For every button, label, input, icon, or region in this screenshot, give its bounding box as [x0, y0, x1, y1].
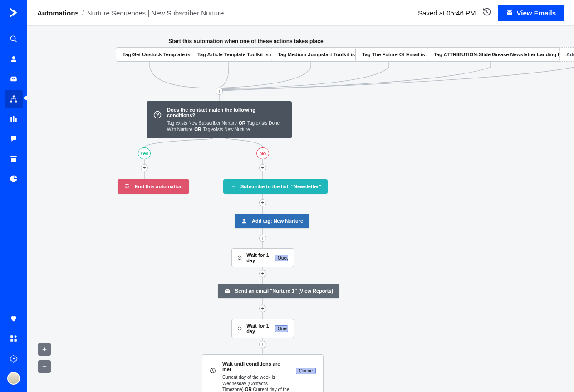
- svg-rect-13: [10, 339, 13, 342]
- view-emails-label: View Emails: [517, 9, 556, 17]
- svg-line-1: [15, 40, 17, 42]
- envelope-icon: [506, 9, 513, 16]
- svg-rect-4: [13, 96, 15, 98]
- connector-lines: [27, 26, 574, 392]
- wait-until-desc: Current day of the week is Wednesday (Co…: [222, 374, 289, 392]
- store-icon: [10, 155, 18, 163]
- svg-rect-16: [507, 10, 512, 15]
- sidebar-active-caret: [23, 95, 27, 101]
- saved-timestamp: Saved at 05:46 PM: [418, 9, 476, 17]
- add-step-no-5[interactable]: +: [259, 305, 266, 312]
- add-step-after-triggers[interactable]: +: [216, 88, 223, 95]
- person-icon: [10, 55, 18, 63]
- sidebar-item-automations[interactable]: [5, 90, 23, 108]
- action-send-email[interactable]: Send an email "Nurture 1" (View Reports): [218, 284, 339, 298]
- queue-badge[interactable]: Queue: [275, 325, 288, 332]
- add-step-no-2[interactable]: +: [259, 199, 266, 206]
- envelope-icon: [10, 75, 18, 83]
- svg-rect-8: [13, 116, 15, 122]
- sidebar-item-deals[interactable]: [5, 110, 23, 128]
- breadcrumb-root[interactable]: Automations: [37, 9, 79, 17]
- clock-icon: [210, 368, 216, 374]
- trigger-add-new[interactable]: Add: [559, 47, 574, 62]
- add-step-no-3[interactable]: +: [259, 235, 266, 242]
- svg-point-18: [157, 117, 158, 118]
- add-step-no-4[interactable]: +: [259, 270, 266, 277]
- history-icon: [482, 7, 491, 16]
- trigger-attribution-slide[interactable]: Tag ATTRIBUTION-Slide Grease Newsletter …: [427, 47, 574, 62]
- history-button[interactable]: [482, 7, 491, 18]
- sidebar-item-account[interactable]: [5, 369, 23, 387]
- end-icon: [124, 183, 130, 190]
- add-step-yes[interactable]: +: [141, 164, 148, 172]
- svg-rect-7: [10, 117, 12, 122]
- header-bar: Automations / Nurture Sequences | New Su…: [27, 0, 574, 26]
- svg-rect-9: [15, 118, 17, 122]
- add-step-no-6[interactable]: +: [259, 341, 266, 348]
- svg-rect-3: [10, 77, 17, 82]
- action-subscribe-label: Subscribe to the list: "Newsletter": [240, 184, 321, 189]
- breadcrumb-sub: Nurture Sequences | New Subscriber Nurtu…: [87, 9, 224, 17]
- svg-rect-5: [10, 101, 13, 103]
- action-wait-2[interactable]: Wait for 1 day Queue: [231, 319, 294, 338]
- zoom-out-button[interactable]: –: [38, 360, 51, 373]
- app-logo: [0, 0, 27, 25]
- condition-detail: Tag exists New Subscriber NurtureORTag e…: [167, 120, 285, 132]
- question-icon: [153, 111, 162, 119]
- sidebar-item-reports[interactable]: [5, 170, 23, 188]
- sidebar-item-site[interactable]: [5, 150, 23, 168]
- contact-icon: [241, 218, 247, 224]
- queue-badge[interactable]: Queue: [296, 368, 316, 374]
- action-subscribe-list[interactable]: Subscribe to the list: "Newsletter": [223, 179, 328, 194]
- svg-point-2: [12, 56, 15, 59]
- action-add-tag[interactable]: Add tag: New Nurture: [235, 214, 309, 228]
- chevron-logo-icon: [8, 7, 19, 18]
- sidebar-nav: [0, 0, 27, 392]
- envelope-icon: [224, 288, 231, 294]
- svg-rect-11: [11, 158, 16, 162]
- clock-icon: [237, 255, 242, 261]
- chat-icon: [10, 135, 18, 143]
- action-end-label: End this automation: [135, 184, 183, 189]
- view-emails-button[interactable]: View Emails: [498, 5, 564, 21]
- heart-icon: [10, 314, 18, 323]
- sidebar-item-favorite[interactable]: [5, 309, 23, 328]
- sidebar-item-search[interactable]: [5, 30, 23, 48]
- wait-2-label: Wait for 1 day: [246, 323, 270, 334]
- sidebar-item-settings[interactable]: [5, 349, 23, 368]
- condition-node[interactable]: Does the contact match the following con…: [147, 101, 292, 138]
- action-wait-1[interactable]: Wait for 1 day Queue: [231, 248, 294, 267]
- svg-rect-14: [15, 339, 17, 342]
- condition-title: Does the contact match the following con…: [167, 107, 285, 118]
- flowchart-icon: [10, 95, 18, 103]
- automation-canvas[interactable]: Start this automation when one of these …: [27, 26, 574, 392]
- start-trigger-label: Start this automation when one of these …: [54, 38, 437, 44]
- svg-rect-6: [15, 101, 17, 103]
- branch-yes[interactable]: Yes: [138, 147, 151, 159]
- action-end-automation[interactable]: End this automation: [118, 179, 189, 194]
- columns-icon: [10, 115, 18, 123]
- clock-icon: [237, 325, 242, 332]
- sidebar-item-apps[interactable]: [5, 329, 23, 348]
- queue-badge[interactable]: Queue: [275, 255, 288, 261]
- zoom-controls: + –: [38, 343, 51, 373]
- branch-no[interactable]: No: [256, 147, 269, 159]
- avatar: [7, 372, 20, 385]
- add-step-no-1[interactable]: +: [259, 164, 266, 172]
- svg-point-15: [13, 358, 15, 360]
- zoom-in-button[interactable]: +: [38, 343, 51, 356]
- svg-point-0: [10, 36, 15, 41]
- action-send-email-label: Send an email "Nurture 1" (View Reports): [235, 288, 333, 294]
- svg-rect-10: [10, 156, 17, 157]
- gear-icon: [10, 354, 18, 363]
- sidebar-item-contacts[interactable]: [5, 50, 23, 68]
- sidebar-item-campaigns[interactable]: [5, 70, 23, 88]
- action-add-tag-label: Add tag: New Nurture: [252, 218, 303, 224]
- wait-1-label: Wait for 1 day: [246, 252, 270, 263]
- breadcrumb: Automations / Nurture Sequences | New Su…: [37, 9, 224, 17]
- svg-rect-12: [10, 335, 13, 338]
- action-wait-until[interactable]: Wait until conditions are met Current da…: [202, 354, 324, 392]
- breadcrumb-separator: /: [82, 9, 84, 17]
- svg-point-19: [243, 219, 245, 221]
- sidebar-item-conversations[interactable]: [5, 130, 23, 148]
